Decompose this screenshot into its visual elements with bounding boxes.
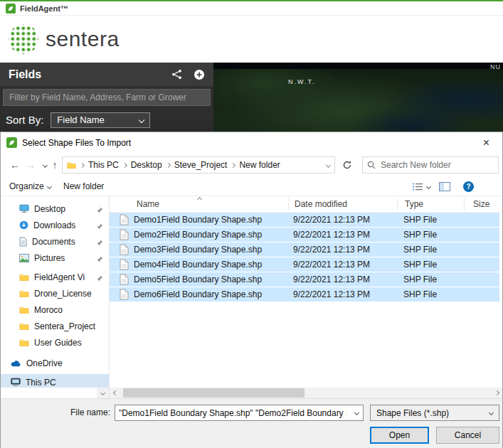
new-folder-button[interactable]: New folder <box>63 177 104 196</box>
chevron-down-icon <box>139 117 144 122</box>
new-folder-label: New folder <box>63 181 104 191</box>
sentera-logo-icon <box>9 24 38 54</box>
forward-button[interactable]: → <box>23 153 38 177</box>
column-headers: Name Date modified Type Size <box>110 196 502 213</box>
sidebar-item-fieldagent[interactable]: FieldAgent Vi <box>1 269 109 285</box>
column-header-size[interactable]: Size <box>465 198 502 210</box>
share-icon[interactable] <box>171 69 182 80</box>
up-button[interactable]: ↑ <box>48 153 62 177</box>
chevron-right-icon <box>80 162 85 167</box>
map-dark-strip <box>213 63 503 69</box>
pin-icon <box>97 255 103 265</box>
folder-icon <box>67 161 76 169</box>
breadcrumb-this-pc[interactable]: This PC <box>88 160 119 170</box>
fieldagent-logo-icon <box>6 137 17 148</box>
close-button[interactable]: × <box>470 132 502 153</box>
file-name-label: File name: <box>42 405 110 421</box>
sort-row: Sort By: Field Name <box>0 108 213 132</box>
add-field-button[interactable] <box>194 69 205 80</box>
folder-icon <box>19 273 29 281</box>
shp-file-icon <box>120 244 134 255</box>
sidebar-item-moroco[interactable]: Moroco <box>1 302 109 318</box>
dialog-footer: File name: Shape Files (*.shp) Open Canc… <box>1 398 502 448</box>
file-row[interactable]: Demo2Field Boundary Shape.shp 9/22/2021 … <box>110 228 499 242</box>
fields-header: Fields <box>0 63 213 86</box>
file-row[interactable]: Demo4Field Boundary Shape.shp 9/22/2021 … <box>110 257 499 272</box>
sidebar-item-sentera-project[interactable]: Sentera_Project <box>1 318 109 334</box>
chevron-right-icon <box>231 162 235 167</box>
sidebar-item-onedrive[interactable]: OneDrive <box>1 355 109 371</box>
shp-file-icon <box>120 214 134 225</box>
sidebar-item-desktop[interactable]: Desktop <box>1 201 109 217</box>
navigation-pane: Desktop Downloads Documents Pictures Fie <box>1 196 109 388</box>
change-view-button[interactable] <box>412 177 430 196</box>
field-filter-input[interactable] <box>3 89 211 106</box>
shp-file-icon <box>120 229 134 240</box>
search-box <box>362 156 499 174</box>
sidebar-item-user-guides[interactable]: User Guides <box>1 334 109 351</box>
scrollbar-thumb[interactable] <box>123 388 305 398</box>
breadcrumb-new-folder[interactable]: New folder <box>239 160 280 170</box>
organize-button[interactable]: Organize <box>9 177 51 196</box>
sidebar-item-downloads[interactable]: Downloads <box>1 217 109 233</box>
file-name-dropdown-icon[interactable] <box>350 405 363 420</box>
back-button[interactable]: ← <box>8 153 22 177</box>
organize-label: Organize <box>9 181 44 191</box>
scroll-right-button[interactable] <box>491 388 502 398</box>
this-pc-icon <box>11 378 21 387</box>
address-bar[interactable]: This PC Desktop Steve_Project New folder <box>62 156 335 174</box>
help-button[interactable]: ? <box>463 177 474 196</box>
sidebar-item-drone-license[interactable]: Drone_License <box>1 285 109 302</box>
horizontal-scrollbar <box>110 388 502 398</box>
chevron-right-icon <box>122 162 127 167</box>
cancel-button[interactable]: Cancel <box>436 427 499 444</box>
pin-icon <box>97 238 103 248</box>
brand-wordmark: sentera <box>46 27 120 51</box>
file-row[interactable]: Demo1Field Boundary Shape.shp 9/22/2021 … <box>110 213 499 227</box>
sidebar-item-this-pc[interactable]: This PC <box>1 374 109 388</box>
sort-by-label: Sort By: <box>6 114 43 126</box>
open-button[interactable]: Open <box>370 427 429 444</box>
chevron-down-icon <box>47 183 52 188</box>
chevron-down-icon <box>489 410 494 415</box>
file-type-dropdown[interactable]: Shape Files (*.shp) <box>370 405 499 421</box>
address-dropdown-icon[interactable] <box>326 162 331 167</box>
file-list: Name Date modified Type Size Demo1Field … <box>110 196 502 388</box>
search-input[interactable] <box>379 159 494 171</box>
file-type-value: Shape Files (*.shp) <box>376 408 449 418</box>
sidebar-item-documents[interactable]: Documents <box>1 233 109 250</box>
onedrive-cloud-icon <box>11 360 21 367</box>
screen: FieldAgent™ sentera Fields Sort By: Fiel… <box>0 0 503 448</box>
file-row[interactable]: Demo5Field Boundary Shape.shp 9/22/2021 … <box>110 272 499 287</box>
refresh-button[interactable] <box>338 156 356 174</box>
shp-file-icon <box>120 289 134 300</box>
map-label-nu: NU <box>490 63 501 70</box>
scroll-left-button[interactable] <box>110 388 121 398</box>
app-titlebar: FieldAgent™ <box>0 0 503 16</box>
documents-icon <box>19 237 27 247</box>
column-header-date-modified[interactable]: Date modified <box>289 198 398 210</box>
column-header-type[interactable]: Type <box>398 198 465 210</box>
pictures-icon <box>19 254 29 262</box>
breadcrumb-steve-project[interactable]: Steve_Project <box>174 160 228 170</box>
sidebar-scroll-down-button[interactable] <box>97 388 109 398</box>
app-title: FieldAgent™ <box>20 4 68 13</box>
dialog-titlebar[interactable]: Select Shape Files To Import × <box>1 132 502 153</box>
scrollbar-track[interactable] <box>121 388 491 398</box>
pin-icon <box>97 274 103 284</box>
pin-icon <box>97 206 103 215</box>
breadcrumb-desktop[interactable]: Desktop <box>131 160 162 170</box>
file-row[interactable]: Demo6Field Boundary Shape.shp 9/22/2021 … <box>110 287 499 302</box>
preview-pane-button[interactable] <box>439 177 450 196</box>
brand-header: sentera <box>0 16 503 63</box>
map-region[interactable]: N.W.T. NU <box>213 63 503 132</box>
folder-icon <box>19 289 29 297</box>
sidebar-item-pictures[interactable]: Pictures <box>1 250 109 266</box>
dialog-navbar: ← → ↑ This PC Desktop Steve_Project New … <box>1 153 502 177</box>
pin-icon <box>97 222 103 232</box>
fieldagent-logo-icon <box>6 4 16 14</box>
file-name-input[interactable] <box>115 408 350 418</box>
file-dialog: Select Shape Files To Import × ← → ↑ Thi… <box>0 132 503 448</box>
sort-by-dropdown[interactable]: Field Name <box>51 112 150 128</box>
file-row[interactable]: Demo3Field Boundary Shape.shp 9/22/2021 … <box>110 242 499 257</box>
